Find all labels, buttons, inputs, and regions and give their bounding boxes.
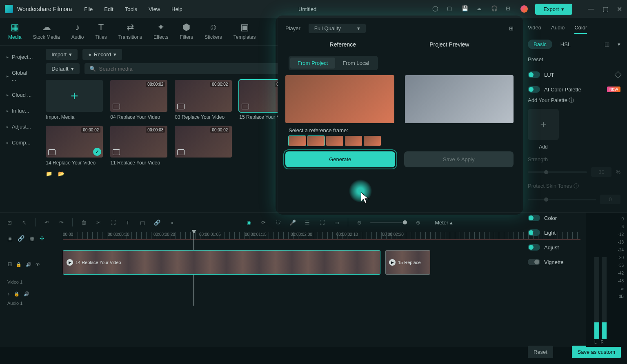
project-preview[interactable] [405, 75, 514, 123]
visibility-icon[interactable]: 👁 [36, 262, 40, 267]
add-palette-button[interactable]: + [528, 109, 559, 140]
protect-slider[interactable] [528, 199, 596, 200]
magnet-icon[interactable]: ✢ [40, 235, 44, 242]
ai-palette-toggle[interactable] [528, 86, 540, 93]
redo-icon[interactable]: ↷ [58, 219, 65, 226]
menu-file[interactable]: File [84, 6, 93, 12]
sidebar-item-cloud[interactable]: Cloud ... [0, 87, 39, 103]
tab-media[interactable]: ▦Media [8, 21, 22, 45]
media-item[interactable]: 00:00:0204 Replace Your Video [110, 80, 167, 120]
timeline-clip[interactable]: ▶ 15 Replace [385, 250, 430, 275]
sort-default-button[interactable]: Default▾ [46, 63, 79, 74]
tab-from-local[interactable]: From Local [335, 58, 376, 69]
export-button[interactable]: Export▾ [535, 4, 572, 15]
menu-view[interactable]: View [149, 6, 160, 12]
strength-value[interactable]: 30 [591, 167, 611, 177]
protect-value[interactable]: 0 [600, 195, 620, 204]
media-item[interactable]: 00:00:02 [175, 126, 232, 166]
split-icon[interactable]: ✂ [95, 219, 102, 226]
frame-icon[interactable]: ▭ [333, 219, 340, 226]
keyframe-icon[interactable] [615, 71, 622, 78]
mute-icon[interactable]: 🔊 [26, 262, 31, 267]
strength-slider[interactable] [528, 171, 587, 173]
mic-icon[interactable]: 🎤 [289, 219, 296, 226]
sidebar-item-project[interactable]: Project... [0, 49, 39, 65]
maximize-button[interactable]: ▢ [603, 5, 609, 13]
reference-frame[interactable] [289, 136, 306, 146]
close-button[interactable]: ✕ [617, 5, 622, 13]
media-item[interactable]: 00:00:02✓14 Replace Your Video [46, 126, 103, 166]
avatar-icon[interactable] [520, 5, 528, 13]
ai-icon[interactable]: ◉ [245, 219, 252, 226]
import-button[interactable]: Import▾ [46, 49, 78, 60]
save-apply-button[interactable]: Save & Apply [404, 151, 514, 167]
sync-icon[interactable]: ◯ [432, 5, 440, 13]
info-icon[interactable]: ⓘ [574, 183, 579, 189]
subtab-basic[interactable]: Basic [528, 40, 552, 49]
menu-help[interactable]: Help [171, 6, 182, 12]
shield-icon[interactable]: 🛡 [274, 219, 282, 226]
sidebar-item-influencer[interactable]: Influe... [0, 103, 39, 119]
record-button[interactable]: ●Record▾ [82, 49, 122, 60]
square-icon[interactable]: ▢ [139, 219, 146, 226]
text-icon[interactable]: T [124, 219, 131, 226]
tab-audio[interactable]: Audio [551, 22, 565, 34]
save-custom-button[interactable]: Save as custom [572, 346, 621, 358]
media-item[interactable]: 00:00:0311 Replace Your Video [110, 126, 167, 166]
cursor-icon[interactable]: ↖ [20, 219, 28, 226]
media-item-import[interactable]: +Import Media [46, 80, 103, 120]
sidebar-item-adjust[interactable]: Adjust... [0, 119, 39, 135]
zoom-out-icon[interactable]: ⊖ [356, 219, 363, 226]
tab-transitions[interactable]: ⇄Transitions [118, 21, 142, 45]
info-icon[interactable]: ⓘ [569, 97, 574, 103]
delete-icon[interactable]: 🗑 [80, 219, 87, 226]
new-folder-icon[interactable]: 📂 [58, 171, 64, 177]
search-input[interactable]: 🔍 [84, 63, 297, 74]
loop-icon[interactable]: ⟳ [260, 219, 267, 226]
reference-preview[interactable] [285, 75, 394, 123]
tab-video[interactable]: Video [528, 22, 541, 34]
zoom-slider[interactable] [370, 222, 407, 223]
track-group-icon[interactable]: ▦ [29, 235, 35, 242]
compare-icon[interactable]: ◫ [605, 41, 609, 47]
mute-icon[interactable]: 🔊 [24, 291, 29, 297]
video-track[interactable]: ▶ 14 Replace Your Video ▶ 15 Replace [63, 250, 580, 279]
reference-frame[interactable] [307, 136, 325, 146]
minimize-button[interactable]: — [588, 5, 594, 13]
folder-icon[interactable]: 📁 [46, 171, 52, 177]
sidebar-item-compound[interactable]: Comp... [0, 135, 39, 151]
link-icon[interactable]: 🔗 [153, 219, 161, 226]
reference-frame[interactable] [364, 136, 381, 146]
meter-button[interactable]: Meter ▴ [435, 220, 453, 226]
selection-icon[interactable]: ⊡ [6, 219, 13, 226]
menu-tools[interactable]: Tools [125, 6, 137, 12]
track-link-icon[interactable]: 🔗 [18, 235, 24, 242]
color-toggle[interactable] [528, 215, 540, 221]
tab-stock-media[interactable]: ☁Stock Media [33, 21, 60, 45]
tab-from-project[interactable]: From Project [290, 58, 335, 69]
subtab-hsl[interactable]: HSL [560, 41, 571, 47]
cloud-icon[interactable]: ☁ [476, 5, 484, 13]
crop-icon[interactable]: ⛶ [109, 219, 117, 226]
reference-frame[interactable] [345, 136, 362, 146]
subtitle-icon[interactable]: ☰ [304, 219, 311, 226]
tab-color[interactable]: Color [574, 22, 587, 34]
zoom-in-icon[interactable]: ⊕ [414, 219, 422, 226]
lock-icon[interactable]: 🔒 [16, 262, 22, 267]
more-icon[interactable]: » [168, 219, 176, 226]
quality-dropdown[interactable]: Full Quality▾ [309, 24, 366, 33]
media-item[interactable]: 00:00:0203 Replace Your Video [175, 80, 232, 120]
apps-icon[interactable]: ⊞ [506, 5, 513, 13]
track-add-icon[interactable]: ▣ [7, 235, 13, 242]
screenshot-icon[interactable]: ⛶ [318, 219, 326, 226]
headphones-icon[interactable]: 🎧 [491, 5, 498, 13]
monitor-icon[interactable]: ▢ [447, 5, 454, 13]
menu-edit[interactable]: Edit [104, 6, 113, 12]
undo-icon[interactable]: ↶ [43, 219, 50, 226]
tab-filters[interactable]: ⬢Filters [180, 21, 193, 45]
tab-templates[interactable]: ▣Templates [233, 21, 256, 45]
layout-grid-icon[interactable]: ⊞ [509, 25, 514, 31]
reference-frame[interactable] [326, 136, 343, 146]
generate-button[interactable]: Generate [285, 151, 395, 167]
adjust-toggle[interactable] [528, 244, 540, 251]
